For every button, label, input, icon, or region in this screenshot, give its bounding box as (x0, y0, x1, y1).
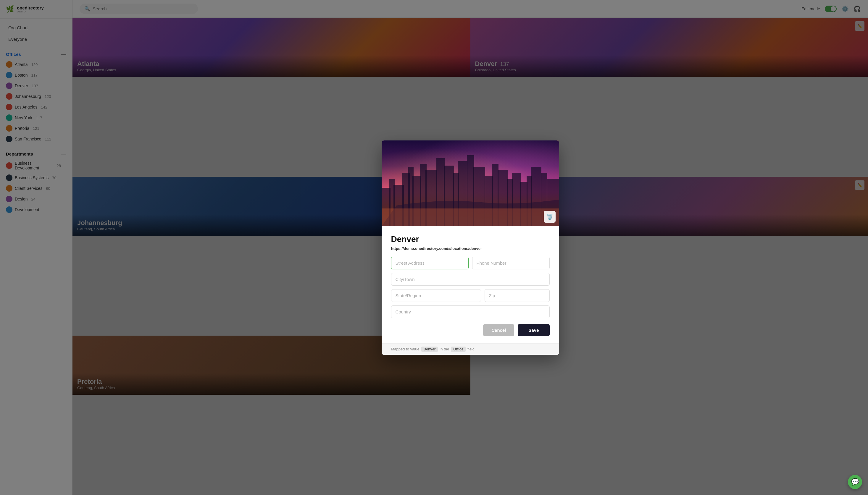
modal-overlay: 🗑️ Denver https://demo.onedirectory.com/… (0, 0, 868, 495)
svg-rect-24 (382, 208, 559, 226)
country-input[interactable] (391, 305, 550, 318)
footer-text: Mapped to value (391, 347, 419, 351)
modal-hero-city-graphic (382, 140, 559, 226)
footer-value-tag: Denver (421, 346, 438, 352)
modal-form-body: Denver https://demo.onedirectory.com/#/l… (382, 226, 559, 343)
modal-delete-button[interactable]: 🗑️ (544, 211, 555, 223)
state-region-input[interactable] (391, 289, 481, 302)
street-address-input[interactable] (391, 257, 469, 269)
form-row-4 (391, 305, 550, 318)
chat-icon: 💬 (851, 478, 859, 486)
modal-hero-image: 🗑️ (382, 140, 559, 226)
denver-edit-modal: 🗑️ Denver https://demo.onedirectory.com/… (382, 140, 559, 355)
save-button[interactable]: Save (518, 324, 549, 336)
form-row-3 (391, 289, 550, 302)
city-town-input[interactable] (391, 273, 550, 286)
form-row-1 (391, 257, 550, 269)
modal-actions: Cancel Save (391, 324, 550, 336)
phone-number-input[interactable] (472, 257, 550, 269)
cancel-button[interactable]: Cancel (483, 324, 514, 336)
modal-url-base: https://demo.onedirectory.com/#/location… (391, 246, 469, 251)
modal-url-slug: denver (469, 246, 482, 251)
modal-url: https://demo.onedirectory.com/#/location… (391, 246, 550, 251)
footer-field-tag: Office (451, 346, 466, 352)
chat-widget[interactable]: 💬 (848, 475, 862, 489)
footer-suffix: field (467, 347, 474, 351)
modal-footer: Mapped to value Denver in the Office fie… (382, 343, 559, 355)
footer-field-label: in the (440, 347, 449, 351)
zip-input[interactable] (485, 289, 550, 302)
modal-title: Denver (391, 235, 550, 244)
city-silhouette-svg (382, 140, 559, 226)
form-row-2 (391, 273, 550, 286)
